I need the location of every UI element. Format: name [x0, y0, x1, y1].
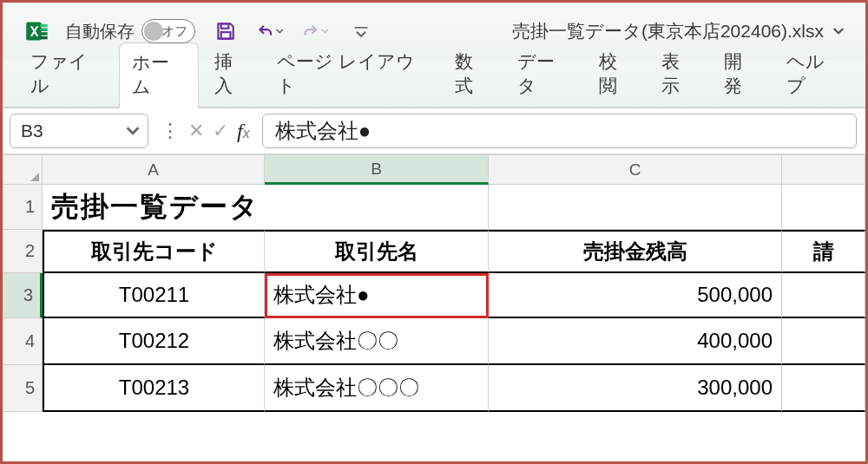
- cell-d2[interactable]: 請: [782, 230, 865, 273]
- col-header-c[interactable]: C: [489, 155, 782, 185]
- worksheet-grid[interactable]: A B C 1 売掛一覧データ 6月分 2 取引先コード 取引先名 売掛金残高 …: [3, 155, 865, 412]
- cell-d5[interactable]: [782, 365, 865, 412]
- cell-b2[interactable]: 取引先名: [265, 230, 489, 273]
- column-headers: A B C: [3, 155, 865, 185]
- row-header-2[interactable]: 2: [3, 230, 43, 273]
- tab-view[interactable]: 表示: [649, 42, 708, 107]
- col-header-d[interactable]: [782, 155, 865, 185]
- fx-icon[interactable]: fx: [237, 120, 250, 143]
- chevron-down-icon: [274, 25, 286, 37]
- cell-a2[interactable]: 取引先コード: [43, 230, 265, 273]
- row-header-3[interactable]: 3: [3, 273, 43, 318]
- formula-input[interactable]: 株式会社●: [262, 114, 857, 148]
- name-box-value: B3: [10, 121, 123, 141]
- name-box[interactable]: B3: [10, 114, 148, 148]
- overflow-icon: [352, 23, 370, 40]
- cell-d1[interactable]: [782, 185, 865, 230]
- cell-c2[interactable]: 売掛金残高: [489, 230, 782, 273]
- undo-icon: [256, 21, 274, 42]
- workbook-title[interactable]: 売掛一覧データ(東京本店202406).xlsx: [512, 19, 846, 43]
- cell-c3[interactable]: 500,000: [489, 273, 782, 318]
- formula-bar: B3 ⋮ ✕ ✓ fx 株式会社●: [3, 108, 865, 155]
- tab-file[interactable]: ファイル: [18, 42, 115, 107]
- cell-a3[interactable]: T00211: [43, 273, 265, 318]
- svg-rect-5: [221, 23, 229, 28]
- svg-rect-2: [41, 29, 48, 32]
- cell-a1[interactable]: 売掛一覧データ 6月分: [43, 185, 265, 230]
- workbook-title-text: 売掛一覧データ(東京本店202406).xlsx: [512, 19, 824, 43]
- cell-b5[interactable]: 株式会社〇〇〇: [265, 365, 489, 412]
- svg-rect-3: [41, 32, 48, 35]
- toggle-knob: [144, 22, 163, 41]
- cell-b4[interactable]: 株式会社〇〇: [265, 318, 489, 365]
- undo-button[interactable]: [256, 16, 286, 46]
- tab-developer[interactable]: 開発: [712, 42, 771, 107]
- autosave-control[interactable]: 自動保存 オフ: [65, 19, 195, 43]
- cell-b1[interactable]: [265, 185, 489, 230]
- chevron-down-icon[interactable]: [123, 121, 142, 141]
- cell-d3[interactable]: [782, 273, 865, 318]
- cell-a5[interactable]: T00213: [43, 365, 265, 412]
- excel-app-icon: [25, 19, 49, 43]
- tab-insert[interactable]: 挿入: [202, 42, 261, 107]
- cell-c4[interactable]: 400,000: [489, 318, 782, 365]
- formula-input-value: 株式会社●: [275, 117, 372, 145]
- tab-page-layout[interactable]: ページ レイアウト: [265, 42, 439, 107]
- tab-home[interactable]: ホーム: [119, 42, 199, 108]
- tab-formulas[interactable]: 数式: [443, 42, 502, 107]
- cell-d4[interactable]: [782, 318, 865, 365]
- cell-c1[interactable]: [489, 185, 782, 230]
- save-button[interactable]: [211, 16, 240, 46]
- ribbon-tabs: ファイル ホーム 挿入 ページ レイアウト 数式 データ 校閲 表示 開発 ヘル…: [3, 60, 865, 108]
- chevron-down-icon: [831, 23, 846, 39]
- table-row: 4 T00212 株式会社〇〇 400,000: [3, 318, 865, 365]
- chevron-down-icon: [319, 25, 331, 37]
- row-header-5[interactable]: 5: [3, 365, 43, 412]
- table-row: 5 T00213 株式会社〇〇〇 300,000: [3, 365, 865, 412]
- autosave-label: 自動保存: [65, 20, 135, 43]
- qat-customize-button[interactable]: [346, 16, 376, 46]
- svg-rect-4: [41, 36, 48, 40]
- cell-a4[interactable]: T00212: [43, 318, 265, 365]
- row-header-1[interactable]: 1: [3, 185, 43, 230]
- row-header-4[interactable]: 4: [3, 318, 43, 365]
- redo-button: [301, 16, 331, 46]
- tab-review[interactable]: 校閲: [587, 42, 646, 107]
- table-row: 2 取引先コード 取引先名 売掛金残高 請: [3, 230, 865, 273]
- tab-help[interactable]: ヘルプ: [774, 42, 853, 107]
- tab-data[interactable]: データ: [505, 42, 583, 107]
- table-row: 3 T00211 株式会社● 500,000: [3, 273, 865, 318]
- redo-icon: [301, 21, 319, 42]
- divider-icon: ⋮: [161, 120, 180, 142]
- svg-rect-6: [221, 32, 231, 39]
- enter-icon[interactable]: ✓: [213, 120, 228, 142]
- cell-c5[interactable]: 300,000: [489, 365, 782, 412]
- col-header-a[interactable]: A: [43, 155, 265, 185]
- svg-rect-1: [41, 24, 48, 27]
- col-header-b[interactable]: B: [265, 155, 489, 185]
- table-row: 1 売掛一覧データ 6月分: [3, 185, 865, 230]
- autosave-state: オフ: [161, 23, 187, 40]
- autosave-toggle[interactable]: オフ: [141, 19, 195, 43]
- formula-controls: ⋮ ✕ ✓ fx: [161, 120, 250, 143]
- cell-b3[interactable]: 株式会社●: [265, 273, 489, 318]
- cancel-icon[interactable]: ✕: [188, 120, 204, 142]
- save-icon: [214, 20, 237, 42]
- select-all-corner[interactable]: [3, 155, 43, 185]
